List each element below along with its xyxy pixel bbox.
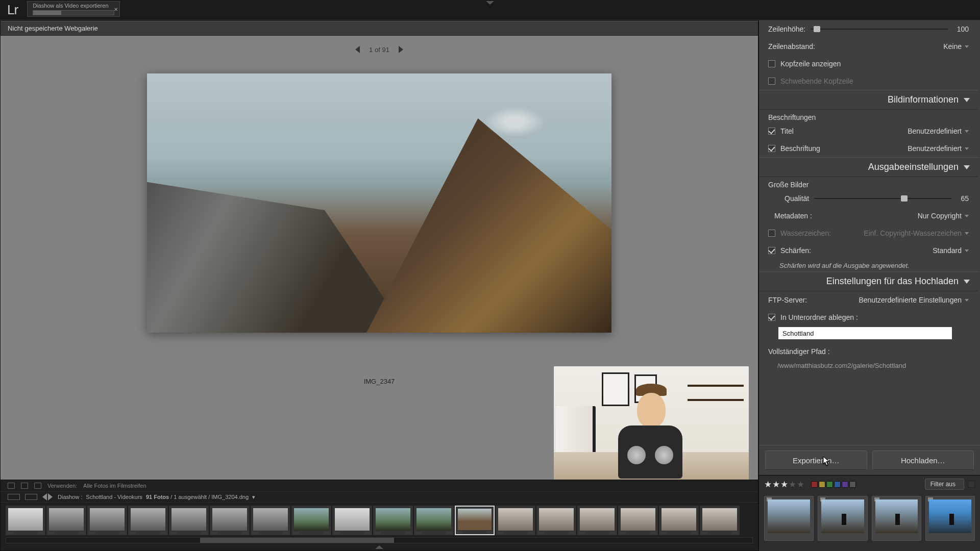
color-chip-purple[interactable] (842, 481, 848, 488)
quality-slider[interactable] (814, 198, 951, 199)
export-task-tab[interactable]: Diashow als Video exportieren ✕ (27, 1, 120, 17)
view-mode-icon-2[interactable] (25, 494, 37, 500)
star-2[interactable]: ★ (772, 479, 780, 490)
crumb-count: 91 Fotos (146, 494, 169, 500)
film-thumb[interactable] (6, 506, 45, 535)
sharpen-value[interactable]: Standard (933, 246, 962, 255)
film-thumb[interactable] (251, 506, 290, 535)
color-chip-red[interactable] (811, 481, 818, 488)
film-thumb[interactable] (128, 506, 168, 535)
watermark-value: Einf. Copyright-Wasserzeichen (864, 229, 962, 237)
sharpen-label: Schärfen: (780, 246, 811, 255)
checkbox-subfolder[interactable] (768, 314, 775, 321)
row-height-label: Zeilenhöhe: (768, 25, 805, 33)
dropdown-icon[interactable] (965, 249, 969, 252)
checkbox-beschriftung[interactable] (768, 145, 775, 152)
subfolder-label: In Unterordner ablegen : (780, 313, 858, 321)
star-3[interactable]: ★ (780, 479, 788, 490)
dropdown-icon[interactable]: ▾ (252, 494, 255, 500)
film-thumb[interactable] (496, 506, 535, 535)
main-preview-area: Nicht gespeicherte Webgalerie 1 of 91 IM… (0, 20, 758, 551)
chevron-down-icon[interactable] (486, 1, 494, 5)
caption-label: Beschriftung (780, 144, 820, 153)
chevron-up-icon[interactable] (1, 545, 758, 550)
use-value[interactable]: Alle Fotos im Filmstreifen (83, 483, 146, 489)
film-thumb[interactable] (46, 506, 86, 535)
color-chip-yellow[interactable] (819, 481, 825, 488)
color-chip-none[interactable] (849, 481, 856, 488)
checkbox-schaerfen[interactable] (768, 247, 775, 254)
checkbox-kopfzeile[interactable] (768, 60, 775, 67)
secondary-thumb[interactable] (925, 496, 975, 541)
dropdown-icon[interactable] (965, 299, 969, 302)
checkbox-schwebend (768, 78, 775, 85)
dropdown-icon[interactable] (965, 45, 969, 48)
dropdown-icon[interactable] (965, 215, 969, 217)
filmstrip-scrollbar[interactable] (6, 537, 753, 543)
upload-button[interactable]: Hochladen… (872, 450, 974, 470)
close-icon[interactable]: ✕ (114, 7, 118, 12)
row-kopfzeile[interactable]: Kopfzeile anzeigen (759, 55, 978, 72)
chevron-down-icon (964, 280, 970, 284)
film-thumb[interactable] (536, 506, 576, 535)
breadcrumb[interactable]: Diashow : Schottland - Videokurs 91 Foto… (58, 494, 257, 500)
subfolder-input[interactable] (778, 327, 952, 339)
row-wasserzeichen: Wasserzeichen: Einf. Copyright-Wasserzei… (759, 224, 978, 242)
section-label: Ausgabeeinstellungen (868, 162, 959, 172)
star-4[interactable]: ★ (789, 479, 796, 490)
filter-dropdown[interactable]: Filter aus (925, 479, 964, 490)
metadata-value[interactable]: Nur Copyright (918, 212, 962, 220)
watermark-label: Wasserzeichen: (780, 229, 831, 237)
secondary-display-icon[interactable] (21, 483, 28, 489)
primary-display-icon[interactable] (8, 483, 15, 489)
nav-fwd-icon[interactable] (48, 493, 53, 500)
checkbox-titel[interactable] (768, 128, 775, 135)
secondary-thumb[interactable] (818, 496, 867, 541)
dropdown-icon[interactable] (965, 130, 969, 133)
film-thumb[interactable] (87, 506, 127, 535)
preview-canvas: 1 of 91 IMG_2347 (1, 36, 758, 480)
color-chip-green[interactable] (826, 481, 833, 488)
film-thumb[interactable] (618, 506, 658, 535)
row-spacing-value[interactable]: Keine (943, 42, 962, 51)
secondary-thumb[interactable] (872, 496, 921, 541)
ftp-value[interactable]: Benutzerdefinierte Einstellungen (859, 296, 962, 304)
film-thumb[interactable] (169, 506, 209, 535)
dropdown-icon[interactable] (965, 147, 969, 150)
rating-bar: ★ ★ ★ ★ ★ Filter aus (759, 475, 980, 493)
view-mode-icon[interactable] (8, 494, 20, 500)
crumb-1: Diashow : (58, 494, 82, 500)
grid-icon[interactable] (34, 483, 41, 489)
film-thumb[interactable] (414, 506, 454, 535)
quality-value[interactable]: 65 (961, 194, 969, 203)
film-thumb[interactable] (332, 506, 372, 535)
filter-toggle[interactable] (968, 481, 975, 488)
section-hochladen[interactable]: Einstellungen für das Hochladen (759, 271, 978, 291)
star-5[interactable]: ★ (797, 479, 804, 490)
row-ftp: FTP-Server: Benutzerdefinierte Einstellu… (759, 291, 978, 309)
section-bildinformationen[interactable]: Bildinformationen (759, 90, 978, 110)
title-value[interactable]: Benutzerdefiniert (908, 127, 962, 135)
film-thumb-selected[interactable] (455, 506, 495, 535)
color-chip-blue[interactable] (834, 481, 841, 488)
nav-back-icon[interactable] (42, 493, 47, 500)
row-height-value[interactable]: 100 (957, 25, 969, 33)
export-button[interactable]: Exportieren… (765, 450, 867, 470)
film-thumb[interactable] (291, 506, 331, 535)
film-thumb[interactable] (700, 506, 740, 535)
film-thumb[interactable] (210, 506, 250, 535)
star-1[interactable]: ★ (764, 479, 772, 490)
secondary-thumb[interactable] (764, 496, 814, 541)
row-height-slider[interactable] (811, 29, 947, 30)
main-image[interactable] (147, 73, 611, 333)
caption-value[interactable]: Benutzerdefiniert (908, 144, 962, 153)
prev-button[interactable] (355, 46, 360, 53)
film-thumb[interactable] (373, 506, 413, 535)
next-button[interactable] (399, 46, 403, 53)
film-thumb[interactable] (577, 506, 617, 535)
section-ausgabe[interactable]: Ausgabeeinstellungen (759, 157, 978, 177)
film-thumb[interactable] (659, 506, 699, 535)
quality-label: Qualität (785, 194, 809, 203)
row-spacing-label: Zeilenabstand: (768, 42, 815, 51)
checkbox-wasserzeichen[interactable] (768, 230, 775, 237)
